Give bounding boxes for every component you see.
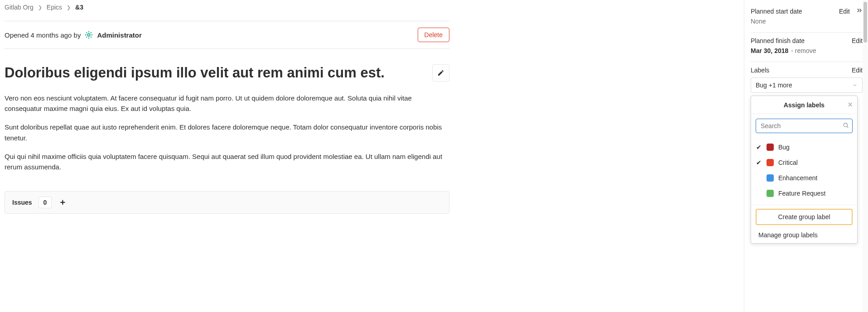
epic-description: Vero non eos nesciunt voluptatem. At fac… — [5, 93, 449, 173]
epic-title: Doloribus eligendi ipsum illo velit aut … — [5, 64, 385, 82]
search-icon — [843, 122, 849, 130]
dropdown-footer: Create group label Manage group labels — [751, 205, 857, 240]
chevron-right-icon: ❯ — [67, 5, 71, 10]
issues-label: Issues — [12, 199, 32, 206]
labels-summary: Bug +1 more — [756, 82, 792, 89]
edit-finish-date[interactable]: Edit — [852, 37, 863, 44]
scrollbar-thumb[interactable] — [863, 2, 867, 43]
color-swatch — [767, 144, 774, 151]
edit-labels[interactable]: Edit — [852, 67, 863, 74]
label-text: Feature Request — [778, 190, 825, 197]
opened-info: Opened 4 months ago by Administrator — [5, 29, 142, 40]
color-swatch — [767, 174, 774, 182]
title-row: Doloribus eligendi ipsum illo velit aut … — [5, 64, 449, 82]
svg-point-0 — [88, 34, 91, 36]
dropdown-title: Assign labels — [784, 101, 825, 109]
labels-title: Labels — [751, 67, 769, 74]
epic-meta-row: Opened 4 months ago by Administrator Del… — [5, 21, 449, 49]
breadcrumb: Gitlab Org ❯ Epics ❯ &3 — [5, 4, 449, 21]
description-paragraph: Qui qui nihil maxime officiis quia volup… — [5, 151, 449, 173]
label-text: Critical — [778, 159, 798, 166]
breadcrumb-root[interactable]: Gitlab Org — [5, 4, 34, 11]
chevron-right-icon: ❯ — [38, 5, 42, 10]
add-issue-button[interactable]: + — [58, 197, 67, 208]
check-icon: ✔ — [756, 144, 762, 151]
planned-finish-value: Mar 30, 2018 — [751, 47, 788, 54]
planned-finish-section: Planned finish date Edit Mar 30, 2018 - … — [751, 33, 863, 62]
labels-section: Labels Edit Bug +1 more Assign labels × — [751, 62, 863, 251]
manage-group-labels-link[interactable]: Manage group labels — [756, 229, 853, 240]
description-paragraph: Sunt doloribus repellat quae aut iusto r… — [5, 122, 449, 143]
chevron-down-icon — [852, 82, 858, 88]
pencil-icon — [437, 69, 444, 77]
label-text: Bug — [778, 144, 790, 151]
svg-point-1 — [844, 123, 847, 127]
color-swatch — [767, 159, 774, 166]
planned-start-value: None — [751, 18, 766, 25]
labels-select[interactable]: Bug +1 more — [751, 77, 863, 93]
label-text: Enhancement — [778, 174, 817, 182]
issues-panel: Issues 0 + — [5, 191, 449, 214]
description-paragraph: Vero non eos nesciunt voluptatem. At fac… — [5, 93, 449, 114]
scrollbar[interactable] — [863, 0, 868, 312]
remove-finish-date[interactable]: - remove — [791, 47, 816, 54]
label-list: ✔ Bug ✔ Critical Enhancement F — [751, 138, 857, 205]
breadcrumb-section[interactable]: Epics — [47, 4, 62, 11]
breadcrumb-current: &3 — [75, 4, 83, 11]
label-search-input[interactable] — [756, 119, 853, 133]
label-option-critical[interactable]: ✔ Critical — [756, 155, 853, 170]
opened-text: Opened 4 months ago by — [5, 31, 81, 39]
color-swatch — [767, 190, 774, 197]
planned-start-section: Planned start date Edit None — [751, 3, 863, 33]
delete-button[interactable]: Delete — [418, 28, 449, 42]
issues-count: 0 — [39, 197, 52, 208]
sidebar: Planned start date Edit None Planned fin… — [744, 0, 863, 312]
dropdown-header: Assign labels × — [751, 96, 857, 114]
label-option-feature-request[interactable]: Feature Request — [756, 186, 853, 201]
close-icon[interactable]: × — [848, 101, 853, 109]
planned-finish-label: Planned finish date — [751, 37, 805, 44]
create-group-label-button[interactable]: Create group label — [756, 209, 853, 225]
label-option-bug[interactable]: ✔ Bug — [756, 139, 853, 155]
check-icon: ✔ — [756, 159, 762, 166]
edit-start-date[interactable]: Edit — [839, 8, 850, 15]
assign-labels-dropdown: Assign labels × ✔ Bug ✔ — [751, 96, 858, 244]
label-option-enhancement[interactable]: Enhancement — [756, 170, 853, 186]
edit-title-button[interactable] — [432, 64, 449, 82]
avatar — [83, 29, 94, 40]
main-content: Gitlab Org ❯ Epics ❯ &3 Opened 4 months … — [5, 4, 449, 214]
planned-start-label: Planned start date — [751, 8, 802, 15]
collapse-sidebar-icon[interactable] — [856, 7, 863, 15]
author-name[interactable]: Administrator — [97, 31, 141, 39]
